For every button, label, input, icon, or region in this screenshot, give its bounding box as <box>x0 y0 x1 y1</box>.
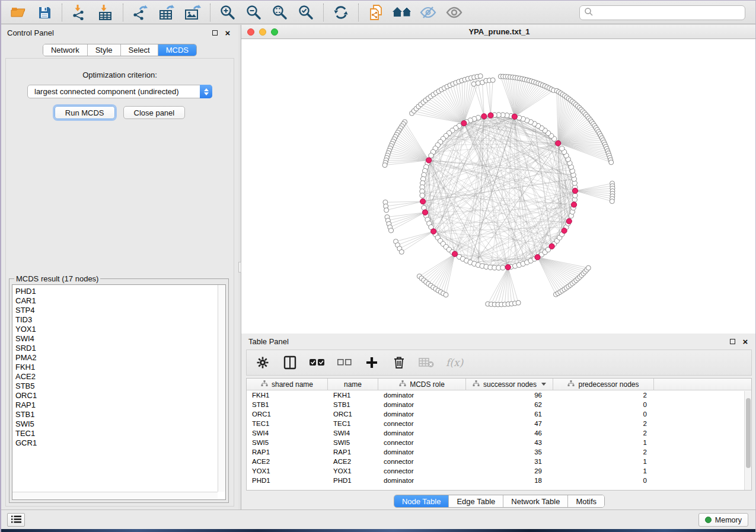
close-table-panel-button[interactable]: × <box>741 336 750 346</box>
table-cell[interactable]: SWI4 <box>247 428 328 438</box>
graph-node[interactable] <box>610 199 614 204</box>
table-cell[interactable]: 1 <box>553 466 654 476</box>
table-cell[interactable]: 35 <box>466 447 553 457</box>
duplicate-network-button[interactable] <box>366 3 385 22</box>
graph-node[interactable] <box>444 293 448 297</box>
column-header-successor-nodes[interactable]: successor nodes <box>466 379 553 390</box>
table-cell[interactable]: SWI4 <box>328 428 378 438</box>
table-cell[interactable]: connector <box>378 438 466 447</box>
tab-style[interactable]: Style <box>88 44 121 56</box>
table-row[interactable]: PHD1PHD1dominator180 <box>247 476 751 485</box>
table-cell[interactable] <box>654 409 751 419</box>
graph-hub-node[interactable] <box>426 158 432 163</box>
zoom-out-button[interactable] <box>244 3 263 22</box>
table-cell[interactable]: ACE2 <box>247 457 328 466</box>
graph-hub-node[interactable] <box>535 255 540 260</box>
vertical-scrollbar[interactable] <box>218 285 225 492</box>
close-panel-push-button[interactable]: Close panel <box>123 106 186 119</box>
list-item[interactable]: SWI4 <box>15 334 217 344</box>
table-cell[interactable] <box>654 438 751 447</box>
list-item[interactable]: FKH1 <box>15 363 217 372</box>
graph-node[interactable] <box>560 146 564 150</box>
task-history-button[interactable] <box>7 513 25 527</box>
tab-network-table[interactable]: Network Table <box>503 495 568 507</box>
run-mcds-button[interactable]: Run MCDS <box>55 106 115 119</box>
table-cell[interactable]: 96 <box>466 390 553 400</box>
table-row[interactable]: TEC1TEC1connector472 <box>247 419 751 428</box>
graph-node[interactable] <box>389 228 394 233</box>
table-cell[interactable]: 47 <box>466 419 553 428</box>
list-item[interactable]: ACE2 <box>15 372 217 382</box>
close-panel-button[interactable]: × <box>223 28 232 37</box>
tab-network[interactable]: Network <box>43 44 88 56</box>
table-cell[interactable]: ACE2 <box>328 457 378 466</box>
table-cell[interactable]: 2 <box>553 428 654 438</box>
list-item[interactable]: TEC1 <box>15 429 217 438</box>
graph-hub-node[interactable] <box>461 120 467 126</box>
table-cell[interactable]: YOX1 <box>328 466 378 476</box>
list-item[interactable]: YOX1 <box>15 325 217 334</box>
export-network-button[interactable] <box>131 3 150 22</box>
table-row[interactable]: ORC1ORC1dominator610 <box>247 409 751 419</box>
table-cell[interactable]: 0 <box>553 400 654 409</box>
table-row[interactable]: YOX1YOX1connector291 <box>247 466 751 476</box>
graph-hub-node[interactable] <box>422 210 428 215</box>
table-cell[interactable] <box>654 419 751 428</box>
zoom-selected-button[interactable] <box>296 3 315 22</box>
tab-mcds[interactable]: MCDS <box>158 44 196 56</box>
network-canvas[interactable] <box>241 39 756 334</box>
table-cell[interactable]: 1 <box>553 438 654 447</box>
graph-node[interactable] <box>384 208 389 213</box>
table-cell[interactable]: 46 <box>466 428 553 438</box>
table-cell[interactable]: 31 <box>466 457 553 466</box>
list-item[interactable]: RAP1 <box>15 400 217 410</box>
network-graph[interactable] <box>241 39 756 334</box>
show-all-button[interactable] <box>445 3 464 22</box>
list-item[interactable]: ORC1 <box>15 391 217 400</box>
table-row[interactable]: SWI4SWI4dominator462 <box>247 428 751 438</box>
zoom-fit-button[interactable] <box>270 3 289 22</box>
table-cell[interactable]: dominator <box>378 428 466 438</box>
delete-table-button[interactable] <box>419 355 434 370</box>
table-cell[interactable]: PHD1 <box>247 476 328 485</box>
table-cell[interactable]: 18 <box>466 476 553 485</box>
table-cell[interactable]: RAP1 <box>328 447 378 457</box>
table-cell[interactable] <box>654 457 751 466</box>
table-cell[interactable]: connector <box>378 466 466 476</box>
list-item[interactable]: PHD1 <box>15 287 217 296</box>
tab-select[interactable]: Select <box>121 44 158 56</box>
tab-edge-table[interactable]: Edge Table <box>449 495 503 507</box>
tab-node-table[interactable]: Node Table <box>394 495 449 507</box>
memory-button[interactable]: Memory <box>698 513 748 527</box>
table-cell[interactable]: dominator <box>378 390 466 400</box>
table-cell[interactable] <box>654 447 751 457</box>
list-item[interactable]: SRD1 <box>15 344 217 353</box>
list-item[interactable]: PMA2 <box>15 353 217 363</box>
table-row[interactable]: FKH1FKH1dominator962 <box>247 390 751 400</box>
table-row[interactable]: SWI5SWI5connector431 <box>247 438 751 447</box>
column-header-shared-name[interactable]: shared name <box>247 379 328 390</box>
graph-node[interactable] <box>471 82 476 86</box>
graph-node[interactable] <box>429 153 433 158</box>
graph-hub-node[interactable] <box>566 219 572 224</box>
toggle-panel-button[interactable] <box>282 355 298 370</box>
table-row[interactable]: ACE2ACE2connector311 <box>247 457 751 466</box>
export-image-button[interactable] <box>183 3 202 22</box>
table-cell[interactable]: 29 <box>466 466 553 476</box>
list-item[interactable]: STP4 <box>15 306 217 315</box>
table-cell[interactable] <box>654 476 751 485</box>
criterion-dropdown[interactable]: largest connected component (undirected) <box>27 85 212 98</box>
table-cell[interactable]: RAP1 <box>247 447 328 457</box>
table-cell[interactable]: STB1 <box>247 400 328 409</box>
list-item[interactable]: CAR1 <box>15 296 217 306</box>
graph-node[interactable] <box>420 193 425 198</box>
table-cell[interactable]: 0 <box>553 409 654 419</box>
function-builder-button[interactable]: f(x) <box>446 355 463 370</box>
graph-hub-node[interactable] <box>452 251 457 257</box>
table-row[interactable]: STB1STB1dominator620 <box>247 400 751 409</box>
graph-node[interactable] <box>516 300 521 305</box>
save-session-button[interactable] <box>35 3 54 22</box>
add-column-button[interactable] <box>364 355 379 370</box>
search-box[interactable] <box>579 5 745 20</box>
table-cell[interactable]: TEC1 <box>328 419 378 428</box>
